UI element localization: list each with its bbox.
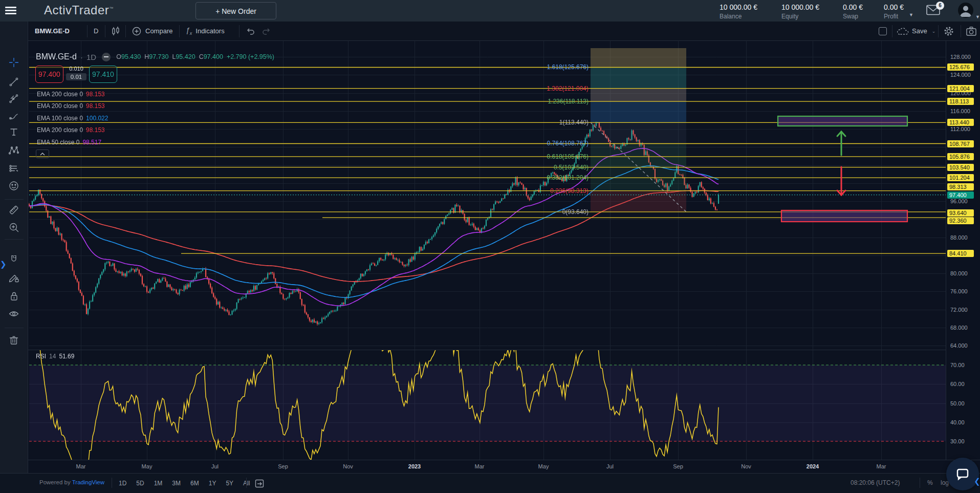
one-click-trading: 97.400 0.010 0.01 97.410	[35, 66, 117, 83]
new-order-button[interactable]: + New Order	[195, 2, 276, 19]
indicator-name: EMA 200 close 0	[37, 102, 83, 110]
avatar[interactable]	[958, 3, 973, 18]
ohlc-item: H97.730	[144, 53, 168, 60]
emoji-icon	[8, 180, 19, 191]
expand-panel-chevron[interactable]: ❯	[0, 260, 7, 269]
price-level-label: 125.676	[947, 63, 974, 71]
collapse-legend-button[interactable]	[36, 149, 49, 158]
ohlc-item: C97.400	[199, 53, 223, 60]
clock[interactable]: 08:20:06 (UTC+2)	[851, 479, 900, 486]
indicator-row[interactable]: EMA 100 close 0100.022	[37, 112, 108, 124]
hide-all-tool[interactable]	[8, 308, 20, 320]
indicator-row[interactable]: EMA 200 close 098.153	[37, 100, 108, 113]
profit-dropdown-icon[interactable]: ▼	[909, 12, 913, 17]
fib-level-label: 0.618(105.876)	[507, 153, 589, 160]
remove-all-tool[interactable]	[8, 334, 20, 347]
projection-icon	[8, 163, 19, 174]
range-button-5d[interactable]: 5D	[136, 480, 144, 487]
avatar-dropdown-icon[interactable]: ▼	[975, 14, 980, 19]
collapse-panel-chevron[interactable]: ❮	[974, 477, 980, 486]
lock-all-tool[interactable]	[8, 290, 20, 303]
indicator-name: EMA 50 close 0	[37, 139, 79, 146]
notifications-button[interactable]: 6	[926, 5, 944, 18]
projection-tool[interactable]	[8, 163, 20, 175]
compare-button[interactable]: Compare	[132, 22, 172, 40]
minus-icon	[104, 56, 108, 57]
hide-series-button[interactable]	[102, 53, 111, 61]
indicator-row[interactable]: EMA 200 close 098.153	[37, 88, 108, 100]
range-selector: 1D5D1M3M6M1Y5YAll	[119, 474, 250, 493]
indicator-value: 98.153	[86, 102, 105, 110]
indicator-name: EMA 200 close 0	[37, 126, 83, 134]
chart-legend: BMW.GE-d · 1D O95.430H97.730L95.420C97.4…	[36, 52, 274, 61]
spread-value[interactable]: 0.01	[66, 73, 86, 80]
sell-button[interactable]: 97.400	[35, 66, 63, 83]
drawing-lock-tool[interactable]	[8, 272, 20, 284]
percent-scale-button[interactable]: %	[927, 479, 933, 486]
fib-level-label: 1.382(121.004)	[507, 85, 589, 92]
price-level-label: 101.204	[947, 174, 974, 181]
indicators-button[interactable]: ƒx Indicators	[186, 22, 225, 40]
indicator-row[interactable]: EMA 200 close 098.153	[37, 124, 108, 137]
redo-button[interactable]	[261, 22, 271, 40]
trend-line-tool[interactable]	[8, 76, 20, 89]
fib-level-label: 0.764(108.767)	[507, 140, 589, 147]
stat-label: Equity	[781, 13, 819, 20]
emoji-tool[interactable]	[8, 180, 20, 192]
screenshot-button[interactable]	[966, 22, 977, 40]
ruler-tool[interactable]	[8, 204, 20, 217]
goto-date-button[interactable]	[254, 478, 265, 488]
time-axis[interactable]: MarMayJulSepNov2023MarMayJulSepNov2024Ma…	[28, 460, 980, 473]
save-dropdown-icon: ⌄	[932, 29, 936, 34]
fib-level-label: 1(113.440)	[507, 119, 589, 126]
chart-toolbar: BMW.GE-D D Compare ƒx Indicators	[28, 22, 980, 41]
range-button-5y[interactable]: 5Y	[226, 480, 233, 487]
rsi-legend[interactable]: RSI14 51.69	[36, 353, 74, 360]
crosshair-tool[interactable]	[8, 57, 20, 69]
range-button-1m[interactable]: 1M	[154, 480, 163, 487]
account-stat: 0.00 €Swap	[843, 3, 863, 20]
price-level-label: 84.410	[947, 250, 974, 257]
range-button-1d[interactable]: 1D	[119, 480, 126, 487]
account-stat: 0.00 €Profit	[884, 3, 904, 20]
fib-level-label: 0(93.640)	[507, 208, 589, 216]
menu-icon[interactable]	[5, 7, 16, 15]
time-tick: Sep	[278, 463, 288, 469]
price-tick: 72.000	[950, 307, 968, 313]
ohlc-item: O95.430	[116, 53, 141, 60]
fib-retracement-tool[interactable]	[8, 93, 20, 105]
symbol-tab[interactable]: BMW.GE-D	[35, 22, 70, 40]
gear-icon	[943, 26, 954, 37]
price-level-label: 105.876	[947, 153, 974, 160]
interval-button[interactable]: D	[94, 22, 98, 40]
magnet-tool[interactable]	[8, 254, 20, 266]
range-button-1y[interactable]: 1Y	[209, 480, 216, 487]
range-button-3m[interactable]: 3M	[172, 480, 181, 487]
xabcd-pattern-tool[interactable]	[8, 145, 20, 157]
undo-button[interactable]	[246, 22, 256, 40]
save-button[interactable]: Save ⌄	[897, 22, 935, 40]
zoom-in-tool[interactable]	[8, 222, 20, 234]
chart-type-button[interactable]	[110, 22, 121, 40]
brush-tool[interactable]	[8, 110, 20, 122]
time-tick: May	[538, 463, 549, 469]
price-chart-canvas[interactable]	[0, 0, 980, 493]
indicator-value: 98.517	[82, 139, 101, 146]
time-tick: Mar	[475, 463, 485, 469]
legend-symbol[interactable]: BMW.GE-d	[36, 52, 77, 61]
settings-button[interactable]	[943, 22, 954, 40]
price-axis[interactable]: 128.000124.000120.000116.000112.00096.00…	[946, 41, 980, 460]
indicator-row[interactable]: EMA 50 close 098.517	[37, 136, 108, 148]
layout-button[interactable]	[879, 22, 887, 40]
trend-line-icon	[8, 76, 19, 88]
tradingview-link[interactable]: TradingView	[72, 479, 104, 485]
buy-button[interactable]: 97.410	[89, 66, 117, 83]
price-level-label: 92.360	[947, 217, 974, 224]
pane-separator[interactable]	[28, 350, 946, 350]
fib-level-label: 1.236(118.113)	[507, 98, 589, 105]
price-level-label: 108.767	[947, 140, 974, 147]
text-icon	[8, 126, 19, 138]
rsi-tick: 40.00	[950, 419, 965, 425]
range-button-6m[interactable]: 6M	[190, 480, 199, 487]
text-tool[interactable]	[8, 126, 20, 139]
